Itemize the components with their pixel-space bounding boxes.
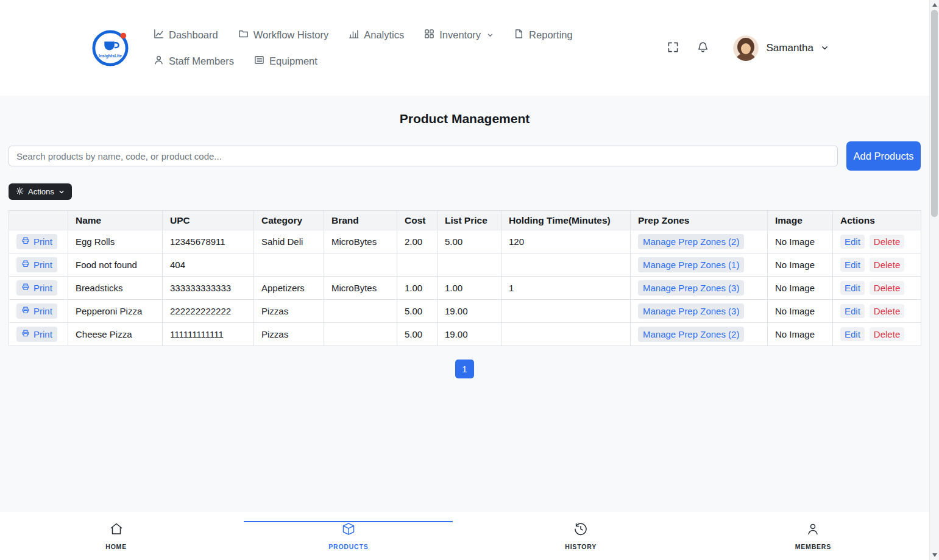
edit-button[interactable]: Edit [840,304,865,318]
scrollbar-up-arrow[interactable] [932,3,937,7]
app-header: InsightsLite Dashboard Workflow History … [0,0,929,96]
cell-prep-zones: Manage Prep Zones (1) [631,253,768,277]
cell-category: Sahid Deli [254,230,324,253]
cell-actions: EditDelete [833,323,921,346]
manage-prep-zones-button[interactable]: Manage Prep Zones (2) [638,234,744,249]
cell-cost: 5.00 [397,300,438,323]
nav-item-equipment[interactable]: Equipment [254,55,317,68]
scrollbar[interactable] [929,0,939,560]
cell-list-price: 5.00 [438,230,501,253]
cell-print: Print [9,230,68,253]
delete-button[interactable]: Delete [870,258,904,272]
cell-prep-zones: Manage Prep Zones (2) [631,230,768,253]
table-header-row: NameUPCCategoryBrandCostList PriceHoldin… [9,211,921,230]
cell-image: No Image [768,300,833,323]
cell-upc: 111111111111 [163,323,254,346]
print-label: Print [34,236,52,247]
bottomnav-label: HISTORY [565,543,597,550]
pagination: 1 [9,360,921,378]
nav-item-reporting[interactable]: Reporting [514,29,573,41]
page-title: Product Management [9,112,921,126]
scrollbar-thumb[interactable] [931,10,938,217]
print-label: Print [34,329,52,339]
edit-button[interactable]: Edit [840,327,865,341]
cell-cost: 1.00 [397,277,438,300]
bottomnav-products[interactable]: PRODUCTS [232,512,464,560]
nav-item-staff-members[interactable]: Staff Members [154,55,234,68]
delete-button[interactable]: Delete [870,281,904,295]
delete-button[interactable]: Delete [870,235,904,249]
cell-brand: MicroBytes [324,277,397,300]
print-button[interactable]: Print [16,280,57,296]
list-icon [254,55,264,68]
print-button[interactable]: Print [16,257,57,272]
nav-item-dashboard[interactable]: Dashboard [154,29,218,41]
user-menu-chevron-down-icon[interactable] [821,44,829,52]
delete-button[interactable]: Delete [870,327,904,341]
print-label: Print [34,260,52,270]
cell-name: Cheese Pizza [68,323,163,346]
delete-button[interactable]: Delete [870,304,904,318]
bell-icon [697,41,709,55]
nav-item-workflow-history[interactable]: Workflow History [238,29,328,41]
add-products-button[interactable]: Add Products [846,141,921,171]
print-button[interactable]: Print [16,327,57,342]
chevron-down-icon [58,189,65,195]
nav-item-analytics[interactable]: Analytics [349,29,404,41]
cell-actions: EditDelete [833,253,921,277]
line-chart-icon [154,29,164,41]
column-header: Name [68,211,163,230]
cell-print: Print [9,300,68,323]
manage-prep-zones-button[interactable]: Manage Prep Zones (2) [638,327,744,342]
nav-label: Equipment [269,55,317,67]
bar-chart-icon [349,29,359,41]
cell-image: No Image [768,323,833,346]
cell-brand: MicroBytes [324,230,397,253]
cell-image: No Image [768,277,833,300]
cell-holding-time [501,323,631,346]
print-button[interactable]: Print [16,234,57,249]
manage-prep-zones-button[interactable]: Manage Prep Zones (1) [638,257,744,272]
actions-button[interactable]: Actions [9,183,72,200]
bottomnav-home[interactable]: HOME [0,512,232,560]
bottomnav-members[interactable]: MEMBERS [697,512,929,560]
avatar[interactable] [733,35,759,61]
nav-item-inventory[interactable]: Inventory [424,29,494,41]
cell-image: No Image [768,253,833,277]
cell-name: Food not found [68,253,163,277]
bottomnav-label: PRODUCTS [328,543,368,550]
brand-name: InsightsLite [99,53,122,58]
column-header: List Price [438,211,501,230]
cell-category: Appetizers [254,277,324,300]
table-row: Print Food not found 404 Manage Prep Zon… [9,253,921,277]
page-1-button[interactable]: 1 [455,360,474,378]
nav-label: Reporting [529,29,573,41]
brand-logo[interactable]: InsightsLite [91,29,129,67]
column-header [9,211,68,230]
cell-name: Pepperoni Pizza [68,300,163,323]
edit-button[interactable]: Edit [840,281,865,295]
print-button[interactable]: Print [16,303,57,319]
edit-button[interactable]: Edit [840,258,865,272]
manage-prep-zones-button[interactable]: Manage Prep Zones (3) [638,303,744,319]
print-label: Print [34,306,52,316]
product-table-body: Print Egg Rolls 12345678911 Sahid Deli M… [9,230,921,346]
cell-cost [397,253,438,277]
cell-print: Print [9,323,68,346]
products-table: NameUPCCategoryBrandCostList PriceHoldin… [9,210,921,346]
search-row: Add Products [9,141,921,171]
column-header: Holding Time(Minutes) [501,211,631,230]
user-name[interactable]: Samantha [767,42,814,54]
fullscreen-button[interactable] [665,39,681,57]
history-icon [573,522,588,539]
bottomnav-history[interactable]: HISTORY [465,512,697,560]
scrollbar-down-arrow[interactable] [932,553,937,557]
cell-cost: 5.00 [397,323,438,346]
search-input[interactable] [9,146,838,166]
notifications-button[interactable] [695,39,711,57]
edit-button[interactable]: Edit [840,235,865,249]
manage-prep-zones-button[interactable]: Manage Prep Zones (3) [638,280,744,296]
nav-label: Workflow History [253,29,328,41]
cell-upc: 12345678911 [163,230,254,253]
printer-icon [21,306,30,316]
